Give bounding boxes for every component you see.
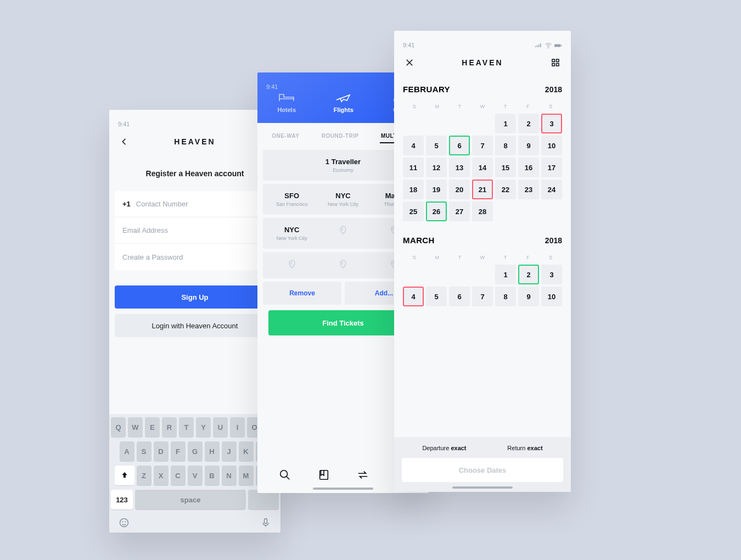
keyboard: QWERTYUIOP ASDFGHJKL ZXCVBNM 123 space xyxy=(109,414,280,533)
day-cell[interactable]: 5 xyxy=(426,287,447,306)
key-q[interactable]: Q xyxy=(111,417,126,437)
key-u[interactable]: U xyxy=(213,417,228,437)
key-d[interactable]: D xyxy=(154,441,169,461)
day-cell[interactable]: 2 xyxy=(518,114,539,133)
key-x[interactable]: X xyxy=(154,466,169,485)
tab-oneway[interactable]: ONE-WAY xyxy=(272,133,299,139)
key-c[interactable]: C xyxy=(171,466,186,485)
day-cell[interactable]: 4 xyxy=(403,287,424,306)
day-cell[interactable]: 3 xyxy=(541,265,562,284)
day-cell[interactable]: 6 xyxy=(449,136,470,155)
leg1-to[interactable]: NYC New York City xyxy=(317,192,368,207)
key-s[interactable]: S xyxy=(137,441,151,461)
day-cell[interactable]: 14 xyxy=(472,158,493,177)
return-mode[interactable]: Return exact xyxy=(507,445,542,451)
month-name: FEBRUARY xyxy=(403,85,450,94)
login-button[interactable]: Login with Heaven Account xyxy=(115,314,275,337)
key-g[interactable]: G xyxy=(188,441,203,461)
day-cell[interactable]: 13 xyxy=(449,158,470,177)
day-cell[interactable]: 7 xyxy=(472,136,493,155)
shift-key[interactable] xyxy=(115,466,134,485)
search-icon[interactable] xyxy=(279,469,291,481)
day-cell[interactable]: 8 xyxy=(495,287,516,306)
key-h[interactable]: H xyxy=(205,441,220,461)
day-cell[interactable]: 9 xyxy=(518,287,539,306)
day-cell[interactable]: 23 xyxy=(518,180,539,199)
key-a[interactable]: A xyxy=(120,441,134,461)
day-cell[interactable]: 11 xyxy=(403,158,424,177)
key-j[interactable]: J xyxy=(222,441,237,461)
email-field[interactable]: Email Address xyxy=(115,217,275,244)
key-n[interactable]: N xyxy=(222,466,237,485)
key-i[interactable]: I xyxy=(230,417,245,437)
key-y[interactable]: Y xyxy=(196,417,211,437)
day-cell[interactable]: 8 xyxy=(495,136,516,155)
day-cell[interactable]: 5 xyxy=(426,136,447,155)
day-cell[interactable]: 3 xyxy=(541,114,562,133)
leg1-from[interactable]: SFO San Francisco xyxy=(266,192,317,207)
swap-icon[interactable] xyxy=(357,469,369,481)
weekday-row: SMTWTFS xyxy=(403,104,562,109)
day-cell[interactable]: 25 xyxy=(403,201,424,221)
day-cell[interactable]: 12 xyxy=(426,158,447,177)
day-cell[interactable]: 22 xyxy=(495,180,516,199)
key-b[interactable]: B xyxy=(205,466,220,485)
category-hotels[interactable]: Hotels xyxy=(277,91,296,113)
close-button[interactable] xyxy=(402,55,417,70)
weekday-label: T xyxy=(448,104,471,109)
day-cell[interactable]: 19 xyxy=(426,180,447,199)
emoji-icon[interactable] xyxy=(119,517,130,528)
key-r[interactable]: R xyxy=(162,417,177,437)
brand-logo: HEAVEN xyxy=(174,137,215,146)
day-cell[interactable]: 2 xyxy=(518,265,539,284)
day-cell[interactable]: 9 xyxy=(518,136,539,155)
leg2-from[interactable]: NYC New York City xyxy=(266,226,317,241)
day-cell[interactable]: 10 xyxy=(541,136,562,155)
leg2-to-placeholder[interactable] xyxy=(317,226,368,241)
country-code[interactable]: +1 xyxy=(122,200,131,208)
back-button[interactable] xyxy=(117,134,132,149)
grid-view-button[interactable] xyxy=(548,55,563,70)
day-cell[interactable]: 4 xyxy=(403,136,424,155)
phone-field[interactable]: +1 Contact Number xyxy=(115,191,275,217)
day-cell[interactable]: 1 xyxy=(495,265,516,284)
choose-dates-button[interactable]: Choose Dates xyxy=(402,458,563,482)
day-cell[interactable]: 18 xyxy=(403,180,424,199)
day-cell[interactable]: 26 xyxy=(426,201,447,221)
day-cell[interactable]: 7 xyxy=(472,287,493,306)
category-flights[interactable]: Flights xyxy=(334,91,353,113)
day-cell[interactable]: 28 xyxy=(472,201,493,221)
calendar-scroll[interactable]: FEBRUARY 2018 SMTWTFS 123456789101112131… xyxy=(394,76,571,427)
day-cell[interactable]: 6 xyxy=(449,287,470,306)
mic-icon[interactable] xyxy=(260,517,271,528)
day-cell[interactable]: 20 xyxy=(449,180,470,199)
key-v[interactable]: V xyxy=(188,466,203,485)
key-w[interactable]: W xyxy=(128,417,143,437)
numeric-key[interactable]: 123 xyxy=(111,490,133,509)
key-t[interactable]: T xyxy=(179,417,194,437)
password-field[interactable]: Create a Password xyxy=(115,244,275,270)
key-f[interactable]: F xyxy=(171,441,186,461)
day-cell[interactable]: 21 xyxy=(472,180,493,199)
weekday-label: S xyxy=(540,255,562,260)
leg3-to-placeholder[interactable] xyxy=(317,260,368,271)
day-cell[interactable]: 17 xyxy=(541,158,562,177)
space-key[interactable]: space xyxy=(135,490,246,509)
key-z[interactable]: Z xyxy=(137,466,151,485)
day-cell[interactable]: 1 xyxy=(495,114,516,133)
day-cell[interactable]: 27 xyxy=(449,201,470,221)
signup-button[interactable]: Sign Up xyxy=(115,285,275,309)
day-cell[interactable]: 16 xyxy=(518,158,539,177)
departure-mode[interactable]: Departure exact xyxy=(422,445,466,451)
day-cell[interactable]: 10 xyxy=(541,287,562,306)
tab-roundtrip[interactable]: ROUND-TRIP xyxy=(322,133,359,139)
leg3-from-placeholder[interactable] xyxy=(266,260,317,271)
remove-leg-button[interactable]: Remove xyxy=(263,282,341,305)
key-m[interactable]: M xyxy=(239,466,254,485)
key-e[interactable]: E xyxy=(145,417,160,437)
weekday-label: S xyxy=(540,104,562,109)
day-cell[interactable]: 15 xyxy=(495,158,516,177)
key-k[interactable]: K xyxy=(239,441,254,461)
bookmark-icon[interactable] xyxy=(318,469,330,481)
day-cell[interactable]: 24 xyxy=(541,180,562,199)
